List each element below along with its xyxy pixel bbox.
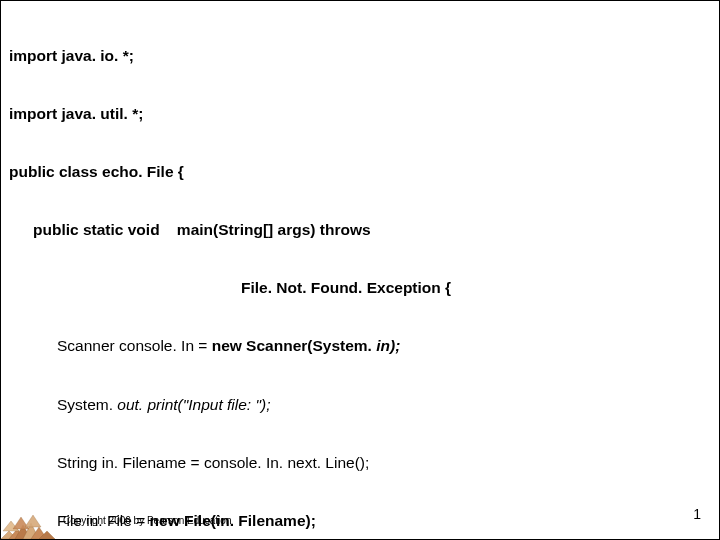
code-line: File. Not. Found. Exception { bbox=[9, 278, 711, 297]
page-number: 1 bbox=[693, 506, 701, 524]
code-line: import java. io. *; bbox=[9, 46, 711, 65]
code-line: import java. util. *; bbox=[9, 104, 711, 123]
code-fragment: System. bbox=[57, 396, 117, 413]
code-line: Scanner console. In = new Scanner(System… bbox=[9, 336, 711, 355]
code-fragment: main(String[] args) throws bbox=[177, 221, 371, 238]
code-line: public static void main(String[] args) t… bbox=[9, 220, 711, 239]
copyright-text: Copyright 2006 by Pearson Education bbox=[63, 515, 231, 528]
code-fragment: in); bbox=[376, 337, 400, 354]
slide: import java. io. *; import java. util. *… bbox=[0, 0, 720, 540]
code-fragment: Scanner console. In = bbox=[57, 337, 212, 354]
code-fragment: new Scanner(System. bbox=[212, 337, 377, 354]
code-fragment: out. print("Input file: "); bbox=[117, 396, 270, 413]
code-line: System. out. print("Input file: "); bbox=[9, 395, 711, 414]
code-line: public class echo. File { bbox=[9, 162, 711, 181]
code-fragment: public static void bbox=[33, 221, 160, 238]
code-line: String in. Filename = console. In. next.… bbox=[9, 453, 711, 472]
code-block: import java. io. *; import java. util. *… bbox=[9, 7, 711, 540]
